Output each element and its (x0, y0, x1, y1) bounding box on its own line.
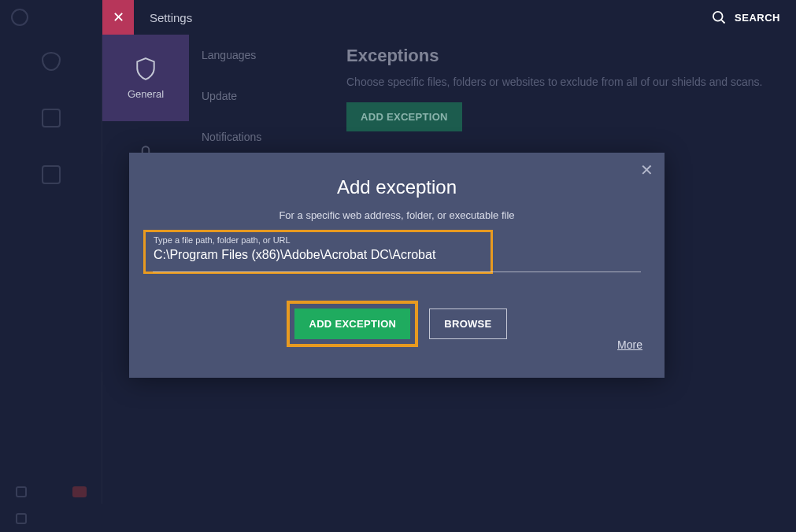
add-exception-button[interactable]: ADD EXCEPTION (294, 308, 410, 339)
input-underline (153, 272, 641, 272)
svg-line-1 (721, 20, 724, 23)
modal-button-row: ADD EXCEPTION BROWSE (129, 301, 665, 347)
leftnav-item-privacy[interactable] (0, 148, 102, 205)
page-title: Settings (150, 11, 192, 24)
leftnav-item-protection[interactable] (0, 91, 102, 148)
close-icon: ✕ (640, 161, 653, 179)
path-input-label: Type a file path, folder path, or URL (154, 235, 483, 245)
svg-point-0 (713, 12, 723, 21)
modal-subtitle: For a specific web address, folder, or e… (129, 209, 665, 221)
close-icon: ✕ (113, 9, 124, 26)
path-input[interactable] (154, 248, 483, 262)
modal-close-button[interactable]: ✕ (640, 161, 653, 179)
brand-area (0, 0, 102, 35)
exceptions-heading: Exceptions (346, 46, 780, 66)
add-exception-button-bg[interactable]: ADD EXCEPTION (346, 102, 462, 131)
search-label: SEARCH (735, 12, 780, 24)
close-button[interactable]: ✕ (102, 0, 134, 35)
search-icon (711, 9, 727, 25)
top-bar: ✕ Settings SEARCH (0, 0, 796, 35)
bottomleft-item-2[interactable] (0, 505, 102, 532)
submenu: Languages Update Notifications (189, 35, 323, 157)
brand-icon (11, 9, 28, 26)
search-button[interactable]: SEARCH (711, 9, 780, 25)
submenu-item-languages[interactable]: Languages (189, 35, 323, 76)
browse-button[interactable]: BROWSE (429, 308, 506, 339)
notification-badge (72, 486, 87, 497)
submenu-item-update[interactable]: Update (189, 76, 323, 116)
submenu-item-notifications[interactable]: Notifications (189, 116, 323, 157)
exceptions-description: Choose specific files, folders or websit… (346, 76, 780, 88)
tab-label: General (128, 88, 164, 100)
bottomleft-item-1[interactable] (0, 478, 102, 505)
privacy-icon (42, 165, 61, 184)
path-input-highlight: Type a file path, folder path, or URL (143, 230, 493, 274)
add-exception-modal: ✕ Add exception For a specific web addre… (129, 153, 665, 378)
tab-general[interactable]: General (102, 35, 189, 121)
more-link[interactable]: More (617, 338, 642, 351)
protection-icon (42, 109, 61, 127)
bl-icon (16, 513, 27, 524)
bl-icon (16, 486, 27, 497)
main-content: Exceptions Choose specific files, folder… (346, 46, 780, 131)
modal-title: Add exception (129, 153, 665, 198)
left-nav (0, 35, 102, 504)
shield-icon (135, 57, 156, 80)
leftnav-item-status[interactable] (0, 35, 102, 91)
status-icon (42, 52, 61, 71)
add-exception-highlight: ADD EXCEPTION (287, 301, 418, 347)
bottom-left (0, 478, 102, 532)
